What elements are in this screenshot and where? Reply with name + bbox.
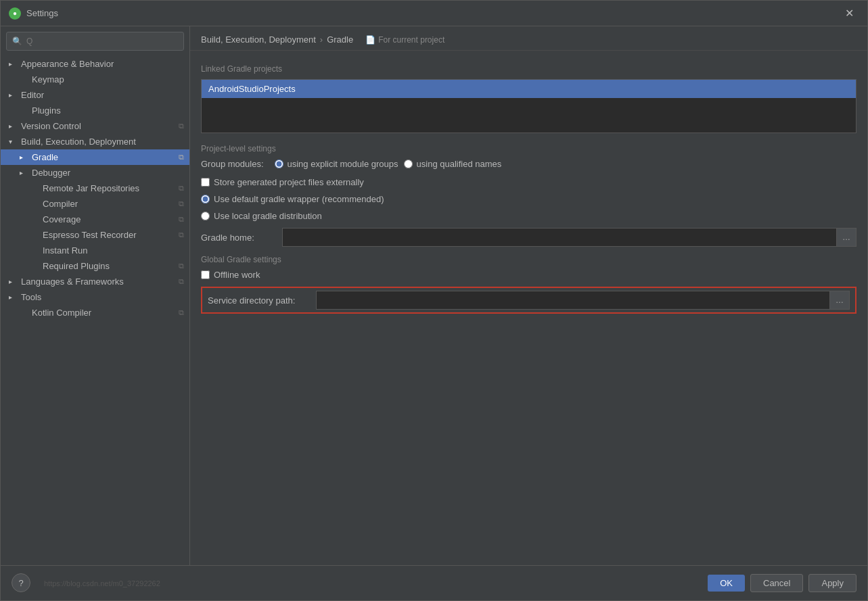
sidebar-item-instant-run[interactable]: Instant Run xyxy=(1,243,189,258)
sidebar-item-label: Compiler xyxy=(43,199,78,209)
search-input[interactable] xyxy=(26,37,178,46)
app-icon: ● xyxy=(9,7,21,20)
gradle-home-label: Gradle home: xyxy=(201,233,282,243)
sidebar-item-version-control[interactable]: ▸ Version Control ⧉ xyxy=(1,118,189,134)
use-default-wrapper-row: Use default gradle wrapper (recommended) xyxy=(201,194,856,204)
store-files-checkbox[interactable] xyxy=(201,178,210,187)
sidebar-item-label: Required Plugins xyxy=(43,261,110,271)
linked-projects-list: AndroidStudioProjects xyxy=(201,79,856,133)
radio-qualified-label[interactable]: using qualified names xyxy=(404,159,502,169)
file-icon: 📄 xyxy=(365,35,375,45)
group-modules-row: Group modules: using explicit module gro… xyxy=(201,159,856,169)
sidebar-item-label: Keymap xyxy=(32,74,64,85)
copy-icon: ⧉ xyxy=(179,215,184,224)
arrow-icon: ▸ xyxy=(9,60,17,68)
radio-explicit-text: using explicit module groups xyxy=(288,159,398,169)
panel-header: Build, Execution, Deployment › Gradle 📄 … xyxy=(190,26,867,51)
copy-icon: ⧉ xyxy=(179,262,184,270)
sidebar-item-plugins[interactable]: Plugins xyxy=(1,103,189,118)
arrow-icon: ▸ xyxy=(20,153,28,161)
for-project-text: For current project xyxy=(378,35,444,45)
linked-project-item[interactable]: AndroidStudioProjects xyxy=(202,80,856,98)
sidebar-item-label: Editor xyxy=(21,90,44,100)
copy-icon: ⧉ xyxy=(179,277,184,286)
offline-work-row: Offline work xyxy=(201,270,856,280)
sidebar: 🔍 ▸ Appearance & Behavior Keymap ▸ Edito… xyxy=(1,26,190,565)
offline-work-checkbox[interactable] xyxy=(201,270,210,279)
sidebar-item-build[interactable]: ▾ Build, Execution, Deployment xyxy=(1,134,189,149)
arrow-icon: ▸ xyxy=(20,169,28,176)
use-default-label[interactable]: Use default gradle wrapper (recommended) xyxy=(214,194,384,204)
sidebar-item-languages[interactable]: ▸ Languages & Frameworks ⧉ xyxy=(1,274,189,289)
service-dir-input[interactable]: C:/Users/MKChen/.gradle/wrapper/dists/gr… xyxy=(317,291,829,309)
gradle-home-input[interactable] xyxy=(283,229,836,246)
sidebar-item-label: Debugger xyxy=(32,168,70,178)
sidebar-item-debugger[interactable]: ▸ Debugger xyxy=(1,165,189,181)
sidebar-item-label: Kotlin Compiler xyxy=(32,308,91,318)
arrow-icon: ▸ xyxy=(9,278,17,285)
sidebar-item-appearance[interactable]: ▸ Appearance & Behavior xyxy=(1,56,189,72)
sidebar-item-gradle[interactable]: ▸ Gradle ⧉ xyxy=(1,149,189,165)
sidebar-item-label: Tools xyxy=(21,292,41,302)
sidebar-item-label: Languages & Frameworks xyxy=(21,277,124,287)
service-dir-browse-button[interactable]: … xyxy=(829,291,849,309)
bottom-bar: ? https://blog.csdn.net/m0_37292262 OK C… xyxy=(1,565,867,600)
use-local-radio[interactable] xyxy=(201,212,210,220)
service-directory-row: Service directory path: C:/Users/MKChen/… xyxy=(201,287,856,314)
bottom-left: ? https://blog.csdn.net/m0_37292262 xyxy=(12,579,702,587)
copy-icon: ⧉ xyxy=(179,153,184,162)
for-project-label: 📄 For current project xyxy=(365,35,444,45)
copy-icon: ⧉ xyxy=(179,184,184,193)
sidebar-item-label: Instant Run xyxy=(43,245,88,256)
sidebar-item-kotlin[interactable]: Kotlin Compiler ⧉ xyxy=(1,305,189,320)
group-modules-label: Group modules: xyxy=(201,159,264,169)
copy-icon: ⧉ xyxy=(179,231,184,239)
close-button[interactable]: ✕ xyxy=(840,4,859,22)
global-settings-title: Global Gradle settings xyxy=(201,255,856,264)
help-button[interactable]: ? xyxy=(12,573,30,592)
cancel-button[interactable]: Cancel xyxy=(750,574,803,592)
watermark-text: https://blog.csdn.net/m0_37292262 xyxy=(44,579,160,587)
window-title: Settings xyxy=(26,8,840,18)
copy-icon: ⧉ xyxy=(179,122,184,130)
breadcrumb-separator: › xyxy=(320,34,323,45)
sidebar-item-tools[interactable]: ▸ Tools xyxy=(1,289,189,305)
main-content: 🔍 ▸ Appearance & Behavior Keymap ▸ Edito… xyxy=(1,26,867,565)
gradle-home-input-wrap: … xyxy=(282,228,856,247)
sidebar-item-label: Remote Jar Repositories xyxy=(43,183,139,193)
project-level-section-title: Project-level settings xyxy=(201,144,856,153)
use-local-dist-row: Use local gradle distribution xyxy=(201,211,856,221)
radio-qualified[interactable] xyxy=(404,160,413,168)
panel-body: Linked Gradle projects AndroidStudioProj… xyxy=(190,51,867,565)
sidebar-item-label: Appearance & Behavior xyxy=(21,59,114,69)
copy-icon: ⧉ xyxy=(179,308,184,317)
use-default-radio[interactable] xyxy=(201,195,210,203)
settings-window: ● Settings ✕ 🔍 ▸ Appearance & Behavior K… xyxy=(0,0,868,601)
radio-explicit-label[interactable]: using explicit module groups xyxy=(275,159,398,169)
search-icon: 🔍 xyxy=(12,37,22,46)
radio-qualified-text: using qualified names xyxy=(417,159,502,169)
sidebar-item-required-plugins[interactable]: Required Plugins ⧉ xyxy=(1,258,189,274)
sidebar-item-espresso[interactable]: Espresso Test Recorder ⧉ xyxy=(1,227,189,243)
linked-projects-title: Linked Gradle projects xyxy=(201,64,856,74)
sidebar-item-label: Gradle xyxy=(32,152,58,162)
apply-button[interactable]: Apply xyxy=(808,574,856,592)
sidebar-item-compiler[interactable]: Compiler ⧉ xyxy=(1,196,189,212)
arrow-icon: ▸ xyxy=(9,91,17,99)
offline-work-label[interactable]: Offline work xyxy=(214,270,260,280)
sidebar-item-label: Espresso Test Recorder xyxy=(43,230,137,240)
search-box[interactable]: 🔍 xyxy=(6,32,184,51)
store-files-label[interactable]: Store generated project files externally xyxy=(214,177,364,187)
ok-button[interactable]: OK xyxy=(708,575,745,592)
gradle-home-browse-button[interactable]: … xyxy=(836,229,856,246)
sidebar-item-coverage[interactable]: Coverage ⧉ xyxy=(1,212,189,227)
use-local-label[interactable]: Use local gradle distribution xyxy=(214,211,322,221)
sidebar-item-editor[interactable]: ▸ Editor xyxy=(1,87,189,103)
sidebar-item-label: Build, Execution, Deployment xyxy=(21,137,136,147)
service-dir-input-wrap: C:/Users/MKChen/.gradle/wrapper/dists/gr… xyxy=(316,291,850,310)
sidebar-item-remote-jar[interactable]: Remote Jar Repositories ⧉ xyxy=(1,181,189,196)
sidebar-item-label: Coverage xyxy=(43,214,81,224)
service-dir-label: Service directory path: xyxy=(208,295,316,306)
radio-explicit[interactable] xyxy=(275,160,283,168)
sidebar-item-keymap[interactable]: Keymap xyxy=(1,72,189,87)
